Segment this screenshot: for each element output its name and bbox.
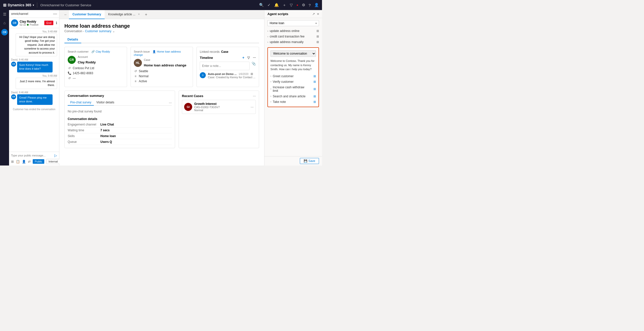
timeline-more-icon[interactable]: ··· xyxy=(253,56,256,60)
user-icon[interactable]: 👤 xyxy=(314,3,319,7)
bell-icon[interactable]: 🔔 xyxy=(274,3,279,7)
script-step-2[interactable]: › Increase cash withdraw limit ⊞ xyxy=(270,85,316,93)
recent-item-dots[interactable]: ··· xyxy=(251,105,254,109)
filter-icon[interactable]: ▽ xyxy=(290,3,293,7)
chat-tool-2[interactable]: 📋 xyxy=(16,160,20,163)
link-action-0[interactable]: ⊞ xyxy=(316,29,319,33)
step-label-1: Verify customer xyxy=(273,80,294,84)
recent-card-header: Recent Cases ··· xyxy=(182,94,256,98)
page-subtitle: Conversation - Customer summary ⌄ xyxy=(64,29,259,33)
search-icon[interactable]: 🔍 xyxy=(259,3,264,7)
link-action-1[interactable]: ⊞ xyxy=(316,35,319,38)
hamburger-icon[interactable]: ☰ xyxy=(3,12,6,17)
timeline-filter-icon[interactable]: ▽ xyxy=(247,56,250,60)
step-icon-1[interactable]: ⊞ xyxy=(313,80,316,84)
msg-bubble-3: Just 2 more mins. I'm almost there. xyxy=(16,78,57,89)
app-logo[interactable]: ⊞ Dynamics 365 ▾ xyxy=(3,3,34,8)
agent-scripts-header: Agent scripts ↗ ≡ xyxy=(264,10,322,18)
script-steps: › Greet customer ⊞ › Verify customer ⊞ ›… xyxy=(270,74,316,104)
script-step-0[interactable]: › Greet customer ⊞ xyxy=(270,74,316,78)
script-link-2[interactable]: › update address manually ⊞ xyxy=(267,40,319,44)
step-arrow-0: › xyxy=(270,75,271,77)
recent-case-avatar: GI xyxy=(184,103,192,111)
plus-icon[interactable]: ＋ xyxy=(283,3,286,8)
link-action-2[interactable]: ⊞ xyxy=(316,40,319,44)
case-details: Case Home loan address change xyxy=(144,58,186,67)
step-icon-4[interactable]: ⊞ xyxy=(313,100,316,104)
help-icon[interactable]: ? xyxy=(309,3,311,7)
msg-time-2: David, 9:46 AM xyxy=(11,58,53,61)
script-links: › update address online ⊞ › credit card … xyxy=(267,29,319,44)
top-navigation: ⊞ Dynamics 365 ▾ Omnichannel for Custome… xyxy=(0,0,322,10)
tab-customer-summary[interactable]: Customer Summary xyxy=(69,10,105,19)
info-icon[interactable]: ℹ xyxy=(56,21,57,25)
dropdown-arrow[interactable]: ▾ xyxy=(33,4,34,7)
recent-case-item[interactable]: GI Growth Interest CAS-01002-T3G5V7 Norm… xyxy=(182,100,256,114)
script-step-3[interactable]: › Search and share article ⊞ xyxy=(270,94,316,99)
customer-link[interactable]: 🔗 Clay Roddy xyxy=(91,50,110,53)
chat-tool-1[interactable]: ⊞ xyxy=(11,160,14,163)
list-icon[interactable]: ≡ xyxy=(317,12,319,16)
post-expand-icon[interactable]: ⊞ xyxy=(251,72,253,76)
details-tab[interactable]: Details xyxy=(64,36,81,43)
module-name: Omnichannel for Customer Service xyxy=(40,3,91,7)
timeline-note-input[interactable] xyxy=(200,62,250,70)
timeline-label: Timeline xyxy=(200,56,213,60)
priority-icon: ≡ xyxy=(134,74,137,78)
script-dropdown[interactable]: Home loan ▾ xyxy=(267,20,319,26)
case-initials: HL xyxy=(136,61,140,65)
step-icon-0[interactable]: ⊞ xyxy=(313,74,316,78)
chat-avatar-sidebar[interactable]: CR xyxy=(1,29,8,35)
script-link-0[interactable]: › update address online ⊞ xyxy=(267,29,319,33)
settings-icon[interactable]: ⚙ xyxy=(302,3,305,7)
public-mode-button[interactable]: Public xyxy=(33,159,44,164)
chat-input-field[interactable] xyxy=(11,154,53,157)
step-label-3: Search and share article xyxy=(273,95,305,98)
link-arrow-1: › xyxy=(267,35,268,38)
conv-detail-0: Engagement channel Live Chat xyxy=(68,122,172,128)
post-date: 1/6/2020 xyxy=(239,73,249,75)
step-icon-2[interactable]: ⊞ xyxy=(313,87,316,91)
script-link-label-0: update address online xyxy=(270,29,299,33)
timeline-add-icon[interactable]: + xyxy=(242,56,244,60)
case-location: Seattle xyxy=(139,69,148,73)
conv-tab-more[interactable]: ··· xyxy=(169,101,172,105)
subtitle-link[interactable]: Customer summary xyxy=(85,29,111,33)
post-title: Auto-post on Demo ... xyxy=(208,72,236,75)
script-select[interactable]: Welcome to conversation xyxy=(270,50,316,57)
end-chat-button[interactable]: End xyxy=(44,21,53,25)
customer-details: Account Clay Roddy xyxy=(78,55,96,64)
attachment-icon[interactable]: 📎 xyxy=(252,62,256,66)
internal-mode-button[interactable]: Internal xyxy=(46,159,60,164)
search-issue-label: Search issue 👤 Home loan address change xyxy=(134,50,190,56)
back-button[interactable]: ← xyxy=(62,13,69,17)
linked-header: Linked records Case xyxy=(200,50,256,54)
tab-close-icon[interactable]: ✕ xyxy=(138,13,140,16)
script-step-4[interactable]: › Take note ⊞ xyxy=(270,100,316,104)
waffle-icon[interactable]: ⊞ xyxy=(3,3,6,8)
recent-card-dots[interactable]: ··· xyxy=(253,94,256,98)
minimize-chat-icon[interactable]: — xyxy=(53,12,57,16)
home-icon[interactable]: ⌂ xyxy=(3,21,6,25)
step-icon-3[interactable]: ⊞ xyxy=(313,95,316,98)
chat-tool-4[interactable]: ⇄ xyxy=(28,160,31,163)
script-link-1[interactable]: › credit card transaction fee ⊞ xyxy=(267,34,319,39)
check-icon[interactable]: ✓ xyxy=(267,3,271,7)
message-1: You, 9:48 AM Hi Clay! Hope your are doin… xyxy=(16,30,57,56)
save-button[interactable]: 💾 Save xyxy=(300,158,319,164)
visitor-details-tab[interactable]: Visitor details xyxy=(94,100,117,106)
pre-chat-tab[interactable]: Pre-chat survey xyxy=(68,100,94,106)
conv-detail-key-1: Waiting time xyxy=(68,129,100,132)
conv-detail-key-3: Queue xyxy=(68,140,100,144)
step-arrow-2: › xyxy=(270,88,271,90)
add-tab-icon[interactable]: + xyxy=(143,12,149,17)
chat-tool-3[interactable]: 👤 xyxy=(22,160,26,163)
msg-avatar-4: CR xyxy=(11,94,16,99)
script-step-1[interactable]: › Verify customer ⊞ xyxy=(270,79,316,84)
msg-bubble-1: Hi Clay! Hope your are doing good today.… xyxy=(16,33,57,56)
send-icon[interactable]: ▷ xyxy=(54,153,57,157)
expand-icon[interactable]: ↗ xyxy=(312,12,315,16)
tab-knowledge-article[interactable]: Knowledge article ... ✕ xyxy=(105,10,143,19)
link-arrow-2: › xyxy=(267,41,268,44)
customer-phone-row: 📞 1425-882-8083 xyxy=(68,71,124,76)
